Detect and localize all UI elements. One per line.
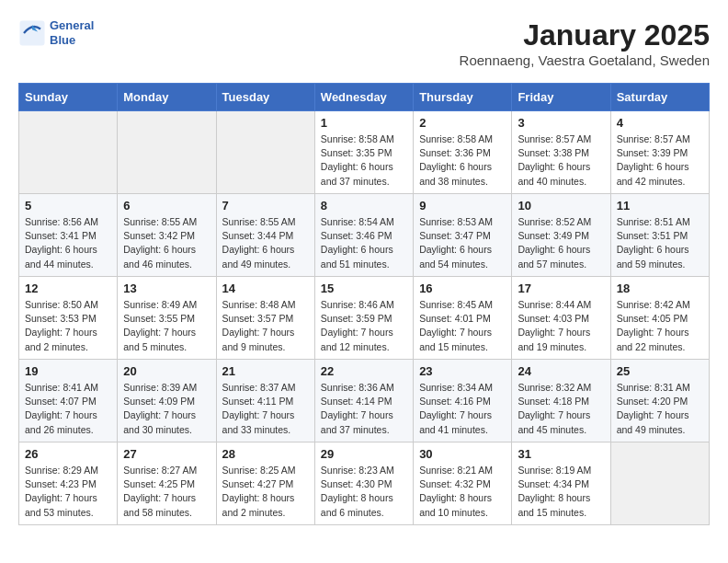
calendar-week-row: 26Sunrise: 8:29 AM Sunset: 4:23 PM Dayli… bbox=[19, 442, 710, 525]
calendar-cell: 9Sunrise: 8:53 AM Sunset: 3:47 PM Daylig… bbox=[414, 194, 512, 277]
day-number: 27 bbox=[123, 447, 210, 461]
day-info: Sunrise: 8:39 AM Sunset: 4:09 PM Dayligh… bbox=[123, 381, 210, 437]
day-info: Sunrise: 8:55 AM Sunset: 3:42 PM Dayligh… bbox=[123, 215, 210, 271]
day-info: Sunrise: 8:58 AM Sunset: 3:36 PM Dayligh… bbox=[419, 132, 506, 189]
calendar-cell: 12Sunrise: 8:50 AM Sunset: 3:53 PM Dayli… bbox=[19, 277, 118, 360]
calendar-week-row: 19Sunrise: 8:41 AM Sunset: 4:07 PM Dayli… bbox=[19, 360, 710, 442]
day-number: 24 bbox=[518, 364, 604, 378]
day-info: Sunrise: 8:37 AM Sunset: 4:11 PM Dayligh… bbox=[222, 381, 309, 437]
calendar-cell: 20Sunrise: 8:39 AM Sunset: 4:09 PM Dayli… bbox=[118, 360, 216, 442]
day-info: Sunrise: 8:57 AM Sunset: 3:39 PM Dayligh… bbox=[617, 132, 703, 189]
weekday-header: Wednesday bbox=[314, 84, 413, 111]
calendar-cell: 15Sunrise: 8:46 AM Sunset: 3:59 PM Dayli… bbox=[314, 277, 413, 360]
day-info: Sunrise: 8:55 AM Sunset: 3:44 PM Dayligh… bbox=[222, 215, 309, 271]
day-info: Sunrise: 8:44 AM Sunset: 4:03 PM Dayligh… bbox=[518, 298, 604, 354]
weekday-header-row: SundayMondayTuesdayWednesdayThursdayFrid… bbox=[19, 84, 710, 111]
calendar-cell bbox=[610, 442, 709, 525]
day-info: Sunrise: 8:54 AM Sunset: 3:46 PM Dayligh… bbox=[321, 215, 407, 271]
weekday-header: Thursday bbox=[414, 84, 512, 111]
day-number: 12 bbox=[25, 282, 111, 295]
day-number: 14 bbox=[222, 282, 309, 295]
svg-rect-0 bbox=[20, 20, 45, 45]
day-number: 25 bbox=[617, 364, 703, 378]
day-info: Sunrise: 8:58 AM Sunset: 3:35 PM Dayligh… bbox=[321, 132, 407, 189]
day-info: Sunrise: 8:29 AM Sunset: 4:23 PM Dayligh… bbox=[25, 464, 111, 520]
day-info: Sunrise: 8:50 AM Sunset: 3:53 PM Dayligh… bbox=[25, 298, 111, 354]
day-number: 10 bbox=[518, 199, 604, 213]
calendar-cell: 19Sunrise: 8:41 AM Sunset: 4:07 PM Dayli… bbox=[19, 360, 118, 442]
calendar-subtitle: Roennaeng, Vaestra Goetaland, Sweden bbox=[460, 52, 710, 68]
day-number: 9 bbox=[419, 199, 506, 213]
day-info: Sunrise: 8:51 AM Sunset: 3:51 PM Dayligh… bbox=[617, 215, 703, 271]
day-number: 15 bbox=[321, 282, 407, 295]
calendar-cell: 5Sunrise: 8:56 AM Sunset: 3:41 PM Daylig… bbox=[19, 194, 118, 277]
day-number: 30 bbox=[419, 447, 506, 461]
day-number: 19 bbox=[25, 364, 111, 378]
day-number: 2 bbox=[419, 116, 506, 130]
calendar-cell: 17Sunrise: 8:44 AM Sunset: 4:03 PM Dayli… bbox=[512, 277, 610, 360]
day-info: Sunrise: 8:25 AM Sunset: 4:27 PM Dayligh… bbox=[222, 464, 309, 520]
day-number: 22 bbox=[321, 364, 407, 378]
day-info: Sunrise: 8:19 AM Sunset: 4:34 PM Dayligh… bbox=[518, 464, 604, 520]
logo: General Blue bbox=[18, 18, 94, 47]
day-info: Sunrise: 8:27 AM Sunset: 4:25 PM Dayligh… bbox=[123, 464, 210, 520]
calendar-cell: 26Sunrise: 8:29 AM Sunset: 4:23 PM Dayli… bbox=[19, 442, 118, 525]
calendar-table: SundayMondayTuesdayWednesdayThursdayFrid… bbox=[18, 83, 710, 525]
day-number: 1 bbox=[321, 116, 407, 130]
day-number: 31 bbox=[518, 447, 604, 461]
day-info: Sunrise: 8:45 AM Sunset: 4:01 PM Dayligh… bbox=[419, 298, 506, 354]
calendar-cell bbox=[118, 111, 216, 194]
day-number: 4 bbox=[617, 116, 703, 130]
day-info: Sunrise: 8:34 AM Sunset: 4:16 PM Dayligh… bbox=[419, 381, 506, 437]
day-info: Sunrise: 8:48 AM Sunset: 3:57 PM Dayligh… bbox=[222, 298, 309, 354]
weekday-header: Sunday bbox=[19, 84, 118, 111]
day-number: 20 bbox=[123, 364, 210, 378]
day-info: Sunrise: 8:31 AM Sunset: 4:20 PM Dayligh… bbox=[617, 381, 703, 437]
calendar-title: January 2025 bbox=[460, 18, 710, 52]
calendar-week-row: 5Sunrise: 8:56 AM Sunset: 3:41 PM Daylig… bbox=[19, 194, 710, 277]
day-number: 26 bbox=[25, 447, 111, 461]
day-number: 29 bbox=[321, 447, 407, 461]
logo-icon bbox=[18, 19, 46, 47]
calendar-cell: 13Sunrise: 8:49 AM Sunset: 3:55 PM Dayli… bbox=[118, 277, 216, 360]
day-number: 28 bbox=[222, 447, 309, 461]
day-info: Sunrise: 8:42 AM Sunset: 4:05 PM Dayligh… bbox=[617, 298, 703, 354]
day-number: 23 bbox=[419, 364, 506, 378]
day-info: Sunrise: 8:23 AM Sunset: 4:30 PM Dayligh… bbox=[321, 464, 407, 520]
day-number: 17 bbox=[518, 282, 604, 295]
calendar-cell: 11Sunrise: 8:51 AM Sunset: 3:51 PM Dayli… bbox=[610, 194, 709, 277]
calendar-cell: 22Sunrise: 8:36 AM Sunset: 4:14 PM Dayli… bbox=[314, 360, 413, 442]
day-info: Sunrise: 8:49 AM Sunset: 3:55 PM Dayligh… bbox=[123, 298, 210, 354]
header: General Blue January 2025 Roennaeng, Vae… bbox=[18, 18, 710, 68]
calendar-cell: 28Sunrise: 8:25 AM Sunset: 4:27 PM Dayli… bbox=[216, 442, 314, 525]
day-number: 5 bbox=[25, 199, 111, 213]
day-number: 8 bbox=[321, 199, 407, 213]
calendar-cell bbox=[19, 111, 118, 194]
calendar-cell: 1Sunrise: 8:58 AM Sunset: 3:35 PM Daylig… bbox=[314, 111, 413, 194]
calendar-cell: 31Sunrise: 8:19 AM Sunset: 4:34 PM Dayli… bbox=[512, 442, 610, 525]
day-number: 7 bbox=[222, 199, 309, 213]
day-info: Sunrise: 8:36 AM Sunset: 4:14 PM Dayligh… bbox=[321, 381, 407, 437]
calendar-cell: 6Sunrise: 8:55 AM Sunset: 3:42 PM Daylig… bbox=[118, 194, 216, 277]
calendar-cell: 27Sunrise: 8:27 AM Sunset: 4:25 PM Dayli… bbox=[118, 442, 216, 525]
weekday-header: Tuesday bbox=[216, 84, 314, 111]
calendar-cell: 23Sunrise: 8:34 AM Sunset: 4:16 PM Dayli… bbox=[414, 360, 512, 442]
day-info: Sunrise: 8:56 AM Sunset: 3:41 PM Dayligh… bbox=[25, 215, 111, 271]
calendar-cell: 29Sunrise: 8:23 AM Sunset: 4:30 PM Dayli… bbox=[314, 442, 413, 525]
calendar-week-row: 1Sunrise: 8:58 AM Sunset: 3:35 PM Daylig… bbox=[19, 111, 710, 194]
calendar-cell: 30Sunrise: 8:21 AM Sunset: 4:32 PM Dayli… bbox=[414, 442, 512, 525]
day-number: 21 bbox=[222, 364, 309, 378]
calendar-cell bbox=[216, 111, 314, 194]
day-info: Sunrise: 8:46 AM Sunset: 3:59 PM Dayligh… bbox=[321, 298, 407, 354]
calendar-cell: 3Sunrise: 8:57 AM Sunset: 3:38 PM Daylig… bbox=[512, 111, 610, 194]
weekday-header: Monday bbox=[118, 84, 216, 111]
calendar-cell: 21Sunrise: 8:37 AM Sunset: 4:11 PM Dayli… bbox=[216, 360, 314, 442]
calendar-cell: 4Sunrise: 8:57 AM Sunset: 3:39 PM Daylig… bbox=[610, 111, 709, 194]
calendar-cell: 8Sunrise: 8:54 AM Sunset: 3:46 PM Daylig… bbox=[314, 194, 413, 277]
calendar-cell: 10Sunrise: 8:52 AM Sunset: 3:49 PM Dayli… bbox=[512, 194, 610, 277]
day-info: Sunrise: 8:52 AM Sunset: 3:49 PM Dayligh… bbox=[518, 215, 604, 271]
day-info: Sunrise: 8:57 AM Sunset: 3:38 PM Dayligh… bbox=[518, 132, 604, 189]
day-number: 18 bbox=[617, 282, 703, 295]
day-info: Sunrise: 8:21 AM Sunset: 4:32 PM Dayligh… bbox=[419, 464, 506, 520]
weekday-header: Friday bbox=[512, 84, 610, 111]
